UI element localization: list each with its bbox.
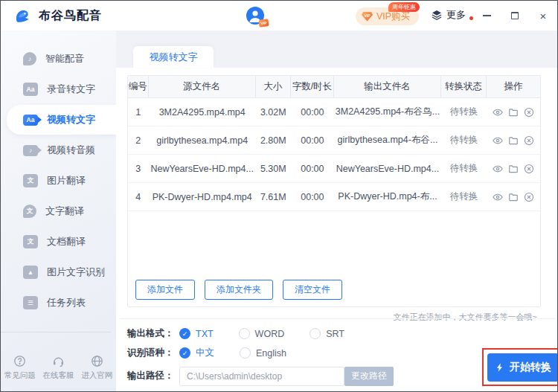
more-menu-button[interactable]: 更多: [431, 8, 473, 22]
status-badge: 待转换: [441, 126, 487, 154]
output-path-input[interactable]: [179, 367, 344, 386]
notification-dot: [469, 16, 473, 20]
tab-video-to-text[interactable]: 视频转文字: [133, 46, 214, 68]
tab-strip: 视频转文字: [116, 30, 558, 68]
sidebar-item-label: 图片文字识别: [47, 266, 105, 279]
lightning-icon: [495, 362, 505, 373]
more-label: 更多: [446, 8, 466, 22]
delete-icon[interactable]: [524, 135, 534, 146]
sidebar-item-smart-dubbing[interactable]: ♪ 智能配音: [1, 44, 116, 74]
preview-icon[interactable]: [493, 164, 503, 174]
sidebar-item-image-translate[interactable]: 文 图片翻译: [1, 166, 116, 196]
sidebar-footer: 常见问题 在线客服 进入官网: [1, 355, 116, 381]
change-path-button[interactable]: 更改路径: [344, 367, 394, 386]
cell-no: 2: [128, 126, 149, 154]
sidebar-item-label: 智能配音: [45, 52, 84, 65]
lang-option-chinese[interactable]: ✓ 中文: [179, 347, 214, 359]
header-status: 转换状态: [441, 76, 487, 97]
sidebar-item-video-to-text[interactable]: Aa 视频转文字: [7, 105, 116, 135]
sidebar: ♪ 智能配音 Aa 录音转文字 Aa 视频转文字 ♪ 视频转音频 文 图片翻译 …: [1, 30, 116, 392]
open-folder-icon[interactable]: [508, 107, 519, 118]
window-controls: ×: [481, 1, 548, 30]
sidebar-item-label: 录音转文字: [47, 83, 95, 96]
cell-no: 3: [128, 155, 149, 182]
format-option-txt[interactable]: ✓ TXT: [179, 328, 214, 339]
radio-unchecked-icon: [239, 328, 250, 339]
anniversary-sale-badge: 周年钜惠: [388, 2, 420, 12]
header-actions: 操作: [487, 76, 540, 97]
delete-icon[interactable]: [524, 164, 534, 174]
faq-button[interactable]: 常见问题: [1, 355, 39, 381]
official-site-button[interactable]: 进入官网: [78, 355, 115, 381]
open-folder-icon[interactable]: [508, 135, 519, 146]
row-actions: [487, 126, 540, 154]
status-badge: 待转换: [441, 183, 487, 211]
header-duration: 字数/时长: [291, 76, 334, 97]
header-output: 输出文件名: [334, 76, 441, 97]
sidebar-item-audio-to-text[interactable]: Aa 录音转文字: [1, 74, 116, 104]
vip-button-label: VIP购买: [376, 10, 410, 23]
add-file-button[interactable]: 添加文件: [135, 280, 195, 300]
text-translate-icon: 文: [23, 205, 36, 218]
status-badge: 待转换: [441, 98, 487, 126]
minimize-button[interactable]: [481, 10, 492, 21]
preview-icon[interactable]: [493, 135, 503, 146]
start-button-highlight: 开始转换: [482, 348, 558, 386]
row-actions: [487, 155, 540, 182]
main-content: 视频转文字 编号 源文件名 大小 字数/时长 输出文件名 转换状态 操作 1 3…: [116, 30, 558, 392]
cell-source: 3M2A4295.mp4.mp4: [149, 98, 256, 126]
row-actions: [487, 98, 540, 126]
section-divider: [120, 318, 555, 319]
preview-icon[interactable]: [493, 192, 503, 202]
top-bar: 布谷鸟配音 VIP VIP VIP购买 周年钜惠 更多: [1, 1, 557, 30]
format-option-word[interactable]: WORD: [239, 328, 285, 339]
open-folder-icon[interactable]: [508, 192, 519, 202]
language-label: 识别语种：: [127, 347, 179, 359]
sidebar-item-label: 文字翻译: [45, 205, 84, 218]
sidebar-nav: ♪ 智能配音 Aa 录音转文字 Aa 视频转文字 ♪ 视频转音频 文 图片翻译 …: [1, 44, 116, 318]
minimize-icon: [483, 15, 491, 16]
start-button-label: 开始转换: [510, 361, 551, 374]
format-option-srt[interactable]: SRT: [310, 328, 344, 339]
sidebar-item-label: 图片翻译: [47, 174, 86, 187]
add-folder-button[interactable]: 添加文件夹: [205, 280, 273, 300]
delete-icon[interactable]: [524, 192, 534, 202]
close-icon: ×: [540, 10, 547, 22]
output-path-label: 输出路径：: [127, 370, 179, 382]
user-avatar[interactable]: VIP: [246, 7, 264, 25]
audio-to-text-icon: Aa: [23, 83, 38, 96]
format-option-label: TXT: [196, 329, 214, 339]
sidebar-item-task-list[interactable]: ☰ 任务列表: [1, 288, 116, 318]
task-list-icon: ☰: [23, 296, 38, 309]
faq-label: 常见问题: [4, 370, 36, 381]
clear-files-button[interactable]: 清空文件: [283, 280, 342, 300]
header-no: 编号: [128, 76, 149, 97]
cell-duration: 00:00: [291, 98, 334, 126]
status-badge: 待转换: [441, 155, 487, 182]
maximize-button[interactable]: [510, 10, 520, 21]
maximize-icon: [511, 12, 519, 19]
open-folder-icon[interactable]: [508, 164, 519, 174]
preview-icon[interactable]: [493, 107, 503, 118]
close-button[interactable]: ×: [538, 10, 548, 21]
image-ocr-icon: ▲: [23, 266, 38, 279]
format-option-label: WORD: [255, 329, 285, 339]
cell-no: 4: [128, 183, 149, 211]
sidebar-item-text-translate[interactable]: 文 文字翻译: [1, 196, 116, 226]
sidebar-item-video-to-audio[interactable]: ♪ 视频转音频: [1, 135, 116, 165]
delete-icon[interactable]: [524, 107, 534, 118]
online-service-button[interactable]: 在线客服: [39, 355, 77, 381]
cell-output: PK-Dwyer-HD.mp4-布...: [334, 183, 441, 211]
radio-unchecked-icon: [310, 328, 321, 339]
sidebar-item-image-ocr[interactable]: ▲ 图片文字识别: [1, 257, 116, 287]
radio-checked-icon: ✓: [179, 347, 190, 359]
cell-size: 7.61M: [256, 183, 291, 211]
start-conversion-button[interactable]: 开始转换: [487, 353, 558, 382]
output-format-label: 输出格式：: [127, 327, 179, 340]
output-format-row: 输出格式： ✓ TXT WORD SRT: [127, 324, 555, 343]
cell-size: 2.80M: [256, 126, 291, 154]
cell-duration: 00:00: [291, 155, 334, 182]
sidebar-item-doc-translate[interactable]: 文 文档翻译: [1, 227, 116, 257]
service-icon: [52, 355, 65, 367]
lang-option-english[interactable]: English: [240, 347, 286, 359]
